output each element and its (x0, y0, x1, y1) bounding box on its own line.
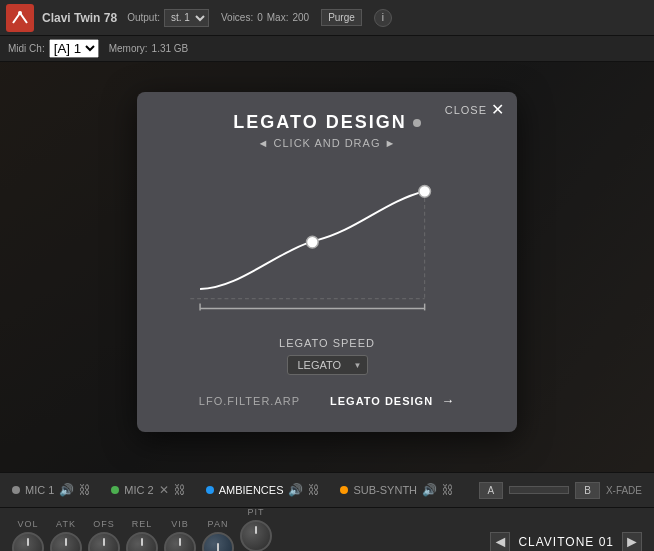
vol-knob-group: VOL (12, 519, 44, 551)
tab-mic1[interactable]: MIC 1 🔊 ⛓ (12, 483, 91, 497)
svg-point-4 (419, 185, 431, 197)
legato-design-modal: CLOSE ✕ LEGATO DESIGN ◄ CLICK AND DRAG ► (137, 92, 517, 432)
xfade-section: A B X-FADE (479, 482, 642, 499)
max-value: 200 (292, 12, 309, 23)
ofs-label: OFS (93, 519, 115, 529)
memory-field: Memory: 1.31 GB (109, 43, 189, 54)
vib-knob-group: VIB (164, 519, 196, 551)
modal-title: LEGATO DESIGN (161, 112, 493, 133)
legato-select[interactable]: LEGATO FAST MEDIUM SLOW (287, 355, 368, 375)
output-field: Output: st. 1 (127, 9, 209, 27)
midi-select[interactable]: [A] 1 (49, 39, 99, 58)
svg-point-0 (18, 11, 22, 15)
app-logo (6, 4, 34, 32)
bottom-controls: VOL ATK OFS REL VIB PAN PIT 0 st 0 ct ◄ … (0, 508, 654, 551)
vib-label: VIB (171, 519, 189, 529)
atk-knob[interactable] (50, 532, 82, 551)
tabs-bar: MIC 1 🔊 ⛓ MIC 2 ✕ ⛓ AMBIENCES 🔊 ⛓ SUB-SY… (0, 472, 654, 508)
mic2-chain-icon: ⛓ (174, 483, 186, 497)
pit-label: PIT (247, 507, 264, 517)
top-bar: Clavi Twin 78 Output: st. 1 Voices: 0 Ma… (0, 0, 654, 36)
xfade-b-btn[interactable]: B (575, 482, 600, 499)
legato-speed-label: LEGATO SPEED (161, 337, 493, 349)
pit-knob-group: PIT 0 st 0 ct (240, 507, 272, 552)
tab-mic2[interactable]: MIC 2 ✕ ⛓ (111, 483, 185, 497)
close-label: CLOSE (445, 104, 487, 116)
rel-label: REL (132, 519, 153, 529)
rel-knob[interactable] (126, 532, 158, 551)
tab-subsynth-label: SUB-SYNTH (353, 484, 417, 496)
info-button[interactable]: i (374, 9, 392, 27)
xfade-slider[interactable] (509, 486, 569, 494)
ofs-knob-group: OFS (88, 519, 120, 551)
mic1-volume-icon: 🔊 (59, 483, 74, 497)
atk-knob-group: ATK (50, 519, 82, 551)
curve-area[interactable] (161, 165, 493, 325)
tab-mic2-label: MIC 2 (124, 484, 153, 496)
drag-hint: ◄ CLICK AND DRAG ► (161, 137, 493, 149)
modal-footer: LFO.FILTER.ARP LEGATO DESIGN → (161, 393, 493, 408)
mic2-mute-icon: ✕ (159, 483, 169, 497)
pan-knob[interactable] (202, 532, 234, 551)
midi-field: Midi Ch: [A] 1 (8, 39, 99, 58)
voices-field: Voices: 0 Max: 200 (221, 12, 309, 23)
tab-mic1-label: MIC 1 (25, 484, 54, 496)
voices-label: Voices: (221, 12, 253, 23)
max-label: Max: (267, 12, 289, 23)
ambiences-dot (206, 486, 214, 494)
output-select[interactable]: st. 1 (164, 9, 209, 27)
mic1-dot (12, 486, 20, 494)
legato-select-wrapper[interactable]: LEGATO FAST MEDIUM SLOW (287, 355, 368, 375)
atk-label: ATK (56, 519, 76, 529)
preset-prev-button[interactable]: ◄ (490, 532, 510, 552)
pit-knob[interactable] (240, 520, 272, 552)
mic2-dot (111, 486, 119, 494)
memory-label: Memory: (109, 43, 148, 54)
midi-label: Midi Ch: (8, 43, 45, 54)
subsynth-chain-icon: ⛓ (442, 483, 454, 497)
close-button[interactable]: CLOSE ✕ (445, 100, 505, 119)
subsynth-volume-icon: 🔊 (422, 483, 437, 497)
ambiences-chain-icon: ⛓ (308, 483, 320, 497)
xfade-a-btn[interactable]: A (479, 482, 504, 499)
footer-legato[interactable]: LEGATO DESIGN → (330, 393, 455, 408)
tab-ambiences-label: AMBIENCES (219, 484, 284, 496)
footer-lfo[interactable]: LFO.FILTER.ARP (199, 395, 300, 407)
vol-label: VOL (17, 519, 38, 529)
topbar-controls: Output: st. 1 Voices: 0 Max: 200 Purge i (127, 9, 648, 27)
preset-panel: ◄ CLAVITONE 01 ► (490, 532, 642, 552)
curve-svg[interactable] (161, 165, 493, 325)
tab-subsynth[interactable]: SUB-SYNTH 🔊 ⛓ (340, 483, 454, 497)
pan-knob-group: PAN (202, 519, 234, 551)
output-label: Output: (127, 12, 160, 23)
tab-ambiences[interactable]: AMBIENCES 🔊 ⛓ (206, 483, 321, 497)
close-icon: ✕ (491, 100, 505, 119)
memory-value: 1.31 GB (152, 43, 189, 54)
title-dot (413, 119, 421, 127)
xfade-label: X-FADE (606, 485, 642, 496)
vib-knob[interactable] (164, 532, 196, 551)
footer-arrow: → (441, 393, 455, 408)
ambiences-volume-icon: 🔊 (288, 483, 303, 497)
main-area: CLOSE ✕ LEGATO DESIGN ◄ CLICK AND DRAG ► (0, 62, 654, 472)
svg-point-3 (306, 236, 318, 248)
preset-name: CLAVITONE 01 (518, 535, 614, 549)
purge-button[interactable]: Purge (321, 9, 362, 26)
rel-knob-group: REL (126, 519, 158, 551)
mic1-chain-icon: ⛓ (79, 483, 91, 497)
subsynth-dot (340, 486, 348, 494)
voices-value: 0 (257, 12, 263, 23)
pan-label: PAN (208, 519, 229, 529)
vol-knob[interactable] (12, 532, 44, 551)
modal-overlay: CLOSE ✕ LEGATO DESIGN ◄ CLICK AND DRAG ► (0, 62, 654, 472)
second-bar: Midi Ch: [A] 1 Memory: 1.31 GB (0, 36, 654, 62)
ofs-knob[interactable] (88, 532, 120, 551)
preset-next-button[interactable]: ► (622, 532, 642, 552)
legato-select-row: LEGATO FAST MEDIUM SLOW (161, 355, 493, 375)
instrument-name: Clavi Twin 78 (42, 11, 117, 25)
